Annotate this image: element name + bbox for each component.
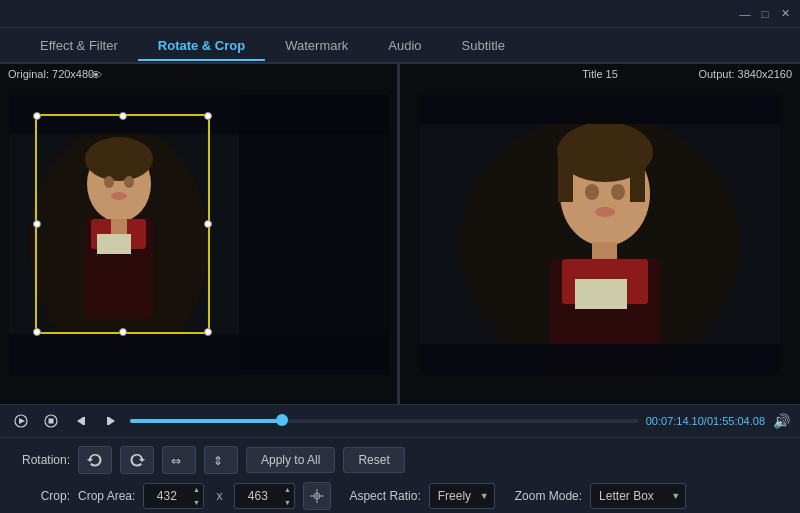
preview-right: Title 15 Output: 3840x2160 xyxy=(400,64,800,404)
svg-marker-30 xyxy=(19,418,25,424)
svg-point-24 xyxy=(585,184,599,200)
svg-rect-23 xyxy=(575,279,627,309)
aspect-select-wrap: Freely 16:9 4:3 1:1 ▼ xyxy=(429,483,495,509)
video-right-content xyxy=(420,94,780,374)
svg-rect-36 xyxy=(107,417,109,425)
svg-rect-34 xyxy=(83,417,85,425)
minimize-button[interactable]: — xyxy=(738,7,752,21)
output-label: Output: 3840x2160 xyxy=(698,68,792,80)
time-display: 00:07:14.10/01:55:04.08 xyxy=(646,415,765,427)
next-button[interactable] xyxy=(100,412,122,430)
x-separator: x xyxy=(216,489,222,503)
flip-horizontal-button[interactable]: ⇔ xyxy=(162,446,196,474)
crop-handle-br[interactable] xyxy=(204,328,212,336)
crop-label: Crop: xyxy=(15,489,70,503)
svg-rect-32 xyxy=(49,419,54,424)
width-down-button[interactable]: ▼ xyxy=(189,496,203,509)
progress-thumb xyxy=(276,414,288,426)
tab-bar: Effect & Filter Rotate & Crop Watermark … xyxy=(0,28,800,64)
video-left xyxy=(0,64,397,404)
svg-rect-18 xyxy=(558,152,573,202)
tab-watermark[interactable]: Watermark xyxy=(265,32,368,59)
crop-handle-ml[interactable] xyxy=(33,220,41,228)
tab-audio[interactable]: Audio xyxy=(368,32,441,59)
bottom-controls: Rotation: ⇔ ⇕ Apply to All Reset Crop: C… xyxy=(0,438,800,513)
apply-all-button[interactable]: Apply to All xyxy=(246,447,335,473)
svg-rect-13 xyxy=(239,94,389,374)
svg-text:⇕: ⇕ xyxy=(213,454,223,468)
crop-handle-tl[interactable] xyxy=(33,112,41,120)
aspect-ratio-label: Aspect Ratio: xyxy=(349,489,420,503)
crop-handle-tr[interactable] xyxy=(204,112,212,120)
svg-rect-27 xyxy=(420,94,780,124)
crop-handle-tm[interactable] xyxy=(119,112,127,120)
width-up-button[interactable]: ▲ xyxy=(189,483,203,496)
title-bar: — □ ✕ xyxy=(0,0,800,28)
window-controls: — □ ✕ xyxy=(738,7,792,21)
zoom-mode-label: Zoom Mode: xyxy=(515,489,582,503)
height-spinners: ▲ ▼ xyxy=(280,483,294,509)
crop-width-input[interactable] xyxy=(144,489,189,503)
tab-subtitle[interactable]: Subtitle xyxy=(442,32,525,59)
preview-left: Original: 720x480 👁 xyxy=(0,64,400,404)
playback-controls: 00:07:14.10/01:55:04.08 🔊 xyxy=(0,404,800,438)
center-crop-button[interactable] xyxy=(303,482,331,510)
svg-point-25 xyxy=(611,184,625,200)
rotate-right-button[interactable] xyxy=(120,446,154,474)
eye-icon[interactable]: 👁 xyxy=(90,68,103,83)
rotation-row: Rotation: ⇔ ⇕ Apply to All Reset xyxy=(15,446,785,474)
svg-point-26 xyxy=(595,207,615,217)
height-down-button[interactable]: ▼ xyxy=(280,496,294,509)
flip-vertical-button[interactable]: ⇕ xyxy=(204,446,238,474)
zoom-mode-select[interactable]: Letter Box Pan & Scan Full xyxy=(590,483,686,509)
tab-effect-filter[interactable]: Effect & Filter xyxy=(20,32,138,59)
svg-rect-19 xyxy=(630,152,645,202)
rotate-left-button[interactable] xyxy=(78,446,112,474)
height-up-button[interactable]: ▲ xyxy=(280,483,294,496)
video-right xyxy=(400,64,800,404)
reset-button[interactable]: Reset xyxy=(343,447,404,473)
aspect-ratio-select[interactable]: Freely 16:9 4:3 1:1 xyxy=(429,483,495,509)
crop-height-input-wrap: ▲ ▼ xyxy=(234,483,295,509)
maximize-button[interactable]: □ xyxy=(758,7,772,21)
svg-text:⇔: ⇔ xyxy=(171,454,181,468)
progress-bar[interactable] xyxy=(130,419,638,423)
crop-handle-bm[interactable] xyxy=(119,328,127,336)
crop-row: Crop: Crop Area: ▲ ▼ x ▲ ▼ Aspect Ratio: xyxy=(15,482,785,510)
progress-fill xyxy=(130,419,282,423)
crop-area-label: Crop Area: xyxy=(78,489,135,503)
close-button[interactable]: ✕ xyxy=(778,7,792,21)
crop-handle-bl[interactable] xyxy=(33,328,41,336)
zoom-select-wrap: Letter Box Pan & Scan Full ▼ xyxy=(590,483,686,509)
tab-rotate-crop[interactable]: Rotate & Crop xyxy=(138,32,265,59)
original-label: Original: 720x480 xyxy=(8,68,94,80)
svg-marker-33 xyxy=(77,417,83,425)
width-spinners: ▲ ▼ xyxy=(189,483,203,509)
svg-rect-28 xyxy=(420,344,780,374)
crop-height-input[interactable] xyxy=(235,489,280,503)
rotation-label: Rotation: xyxy=(15,453,70,467)
crop-overlay[interactable] xyxy=(35,114,210,334)
svg-marker-35 xyxy=(109,417,115,425)
crop-width-input-wrap: ▲ ▼ xyxy=(143,483,204,509)
title-label: Title 15 xyxy=(582,68,618,80)
preview-section: Original: 720x480 👁 xyxy=(0,64,800,404)
volume-icon[interactable]: 🔊 xyxy=(773,413,790,429)
stop-button[interactable] xyxy=(40,412,62,430)
play-button[interactable] xyxy=(10,412,32,430)
prev-button[interactable] xyxy=(70,412,92,430)
crop-handle-mr[interactable] xyxy=(204,220,212,228)
